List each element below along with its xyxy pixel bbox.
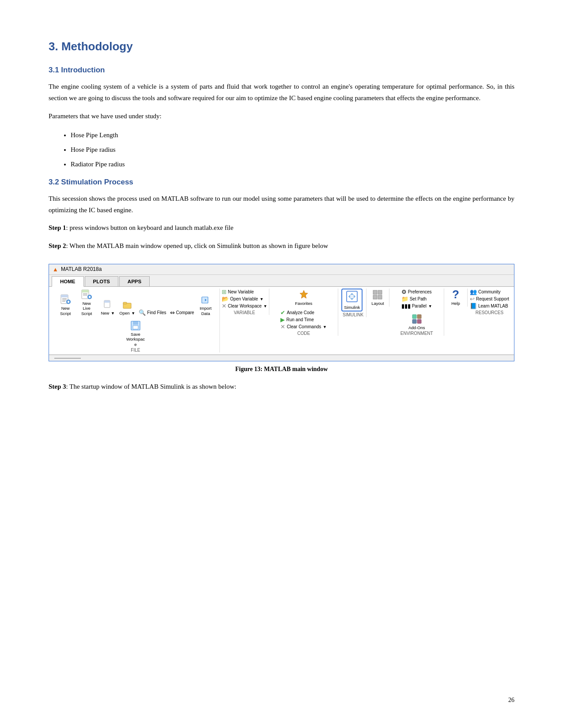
open-variable-icon: 📂 <box>222 296 229 302</box>
run-time-label: Run and Time <box>286 317 314 322</box>
matlab-title: MATLAB R2018a <box>61 266 102 272</box>
simulink-button[interactable]: Simulink <box>341 289 363 311</box>
svg-rect-16 <box>104 300 110 303</box>
help-button[interactable]: ? Help <box>448 289 464 306</box>
step2-label: Step 2 <box>49 242 66 249</box>
svg-rect-3 <box>62 300 67 300</box>
clear-workspace-label: Clear Workspace ▼ <box>228 304 267 308</box>
svg-rect-1 <box>61 295 68 297</box>
analyze-code-label: Analyze Code <box>287 310 314 315</box>
ribbon-group-simulink: Simulink SIMULINK <box>338 289 367 317</box>
layout-group-items: Layout <box>370 289 385 306</box>
request-support-icon: ↩ <box>470 296 475 302</box>
svg-rect-9 <box>82 290 89 293</box>
clear-commands-button[interactable]: ✕ Clear Commands ▼ <box>280 323 327 330</box>
svg-marker-23 <box>300 290 308 298</box>
svg-rect-31 <box>417 315 421 319</box>
open-variable-button[interactable]: 📂 Open Variable ▼ <box>222 296 267 302</box>
simulink-group-label: SIMULINK <box>343 312 362 317</box>
preferences-label: Preferences <box>408 289 432 294</box>
compare-icon: ⇔ <box>170 309 175 316</box>
svg-rect-14 <box>89 296 91 297</box>
find-files-button[interactable]: 🔍 Find Files <box>139 309 166 316</box>
matlab-statusbar <box>49 355 514 361</box>
favorites-button[interactable]: Favorites <box>295 289 312 306</box>
favorites-label: Favorites <box>295 301 312 306</box>
save-workspace-button[interactable]: SaveWorkspace <box>126 319 145 347</box>
find-files-label: Find Files <box>147 310 166 315</box>
help-label: Help <box>451 301 460 306</box>
find-files-icon: 🔍 <box>139 309 146 316</box>
add-ons-button[interactable]: Add-Ons <box>408 313 425 330</box>
matlab-tabs[interactable]: HOME PLOTS APPS <box>49 275 514 287</box>
svg-rect-7 <box>68 302 70 303</box>
new-live-script-label: NewLive Script <box>77 301 96 316</box>
tab-apps[interactable]: APPS <box>119 276 150 286</box>
svg-rect-10 <box>83 293 87 294</box>
matlab-ribbon: NewScript <box>49 287 514 355</box>
section-31-paragraph2: Parameters that we have used under study… <box>49 110 514 122</box>
step1-label: Step 1 <box>49 224 66 231</box>
new-live-script-button[interactable]: NewLive Script <box>77 289 96 316</box>
step3-content: : The startup window of MATLAB Simulink … <box>66 383 237 390</box>
set-path-label: Set Path <box>410 296 427 301</box>
variable-group-items: ⊞ New Variable 📂 Open Variable ▼ ✕ Clear… <box>222 289 267 309</box>
import-data-button[interactable]: ImportData <box>198 293 214 316</box>
ribbon-group-code: Favorites ✔ Analyze Code ▶ Run and Time … <box>269 289 338 336</box>
section-32-title: 3.2 Stimulation Process <box>49 178 514 187</box>
preferences-button[interactable]: ⚙ Preferences <box>401 289 432 295</box>
analyze-code-button[interactable]: ✔ Analyze Code <box>280 309 327 316</box>
variable-col: ⊞ New Variable 📂 Open Variable ▼ ✕ Clear… <box>222 289 267 309</box>
request-support-button[interactable]: ↩ Request Support <box>470 296 509 302</box>
new-script-label: NewScript <box>60 306 71 316</box>
import-data-icon <box>200 293 212 306</box>
help-icon: ? <box>450 289 462 301</box>
clear-commands-label: Clear Commands ▼ <box>287 324 327 329</box>
open-label: Open ▼ <box>119 311 135 316</box>
tab-plots[interactable]: PLOTS <box>85 276 118 286</box>
svg-rect-18 <box>123 302 127 304</box>
code-group-label: CODE <box>274 331 333 336</box>
set-path-button[interactable]: 📁 Set Path <box>401 296 432 302</box>
environment-group-items: ⚙ Preferences 📁 Set Path ▮▮▮ Parallel ▼ <box>394 289 439 330</box>
simulink-group-items: Simulink <box>341 289 363 311</box>
page: 3. Methodology 3.1 Introduction The engi… <box>0 0 563 728</box>
step2-text: Step 2: When the MATLAB main window open… <box>49 240 514 251</box>
ribbon-group-environment: ⚙ Preferences 📁 Set Path ▮▮▮ Parallel ▼ <box>389 289 444 336</box>
new-icon <box>102 298 114 311</box>
step3-label: Step 3 <box>49 383 66 390</box>
new-script-button[interactable]: NewScript <box>57 293 73 316</box>
run-time-button[interactable]: ▶ Run and Time <box>280 316 327 323</box>
ribbon-group-help: ? Help <box>444 289 468 307</box>
ribbon-group-resources: 👥 Community ↩ Request Support 📘 Learn MA… <box>468 289 511 315</box>
learn-matlab-label: Learn MATLAB <box>478 304 508 308</box>
section-31-paragraph1: The engine cooling system of a vehicle i… <box>49 81 514 104</box>
save-workspace-icon <box>129 319 142 332</box>
tab-home[interactable]: HOME <box>52 276 84 287</box>
svg-rect-21 <box>133 321 138 325</box>
resources-group-label: RESOURCES <box>472 310 507 315</box>
layout-button[interactable]: Layout <box>370 289 385 306</box>
env-col: ⚙ Preferences 📁 Set Path ▮▮▮ Parallel ▼ <box>401 289 432 309</box>
new-button[interactable]: New ▼ <box>100 298 116 316</box>
new-variable-button[interactable]: ⊞ New Variable <box>222 289 267 295</box>
resources-col: 👥 Community ↩ Request Support 📘 Learn MA… <box>470 289 509 309</box>
svg-rect-11 <box>83 295 87 296</box>
matlab-window: ▲ MATLAB R2018a HOME PLOTS APPS <box>49 264 514 361</box>
help-group-items: ? Help <box>448 289 464 306</box>
community-button[interactable]: 👥 Community <box>470 289 509 295</box>
clear-workspace-icon: ✕ <box>222 303 227 309</box>
set-path-icon: 📁 <box>401 296 408 302</box>
analyze-code-icon: ✔ <box>280 309 285 316</box>
compare-button[interactable]: ⇔ Compare <box>170 309 194 316</box>
clear-workspace-button[interactable]: ✕ Clear Workspace ▼ <box>222 303 267 309</box>
svg-rect-26 <box>373 290 377 294</box>
parallel-button[interactable]: ▮▮▮ Parallel ▼ <box>401 303 432 309</box>
svg-rect-25 <box>350 295 354 298</box>
figure-caption: Figure 13: MATLAB main window <box>49 366 514 373</box>
open-button[interactable]: Open ▼ <box>119 298 135 316</box>
svg-rect-30 <box>412 315 416 319</box>
learn-matlab-button[interactable]: 📘 Learn MATLAB <box>470 303 509 309</box>
open-variable-label: Open Variable ▼ <box>230 296 264 301</box>
favorites-icon <box>298 289 310 301</box>
